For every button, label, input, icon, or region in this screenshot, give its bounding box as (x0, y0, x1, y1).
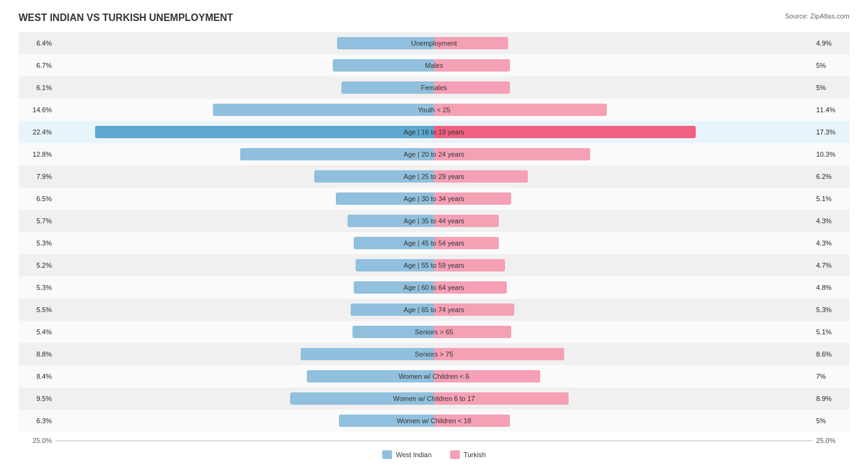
right-value: 5% (812, 84, 849, 91)
chart-row: 5.2%Age | 55 to 59 years4.7% (19, 254, 849, 276)
bar-zone: Age | 45 to 54 years (56, 232, 812, 254)
bar-pink (434, 415, 510, 427)
chart-container: WEST INDIAN VS TURKISH UNEMPLOYMENT Sour… (0, 0, 868, 467)
legend-west-indian: West Indian (382, 450, 432, 459)
bar-zone: Age | 60 to 64 years (56, 276, 812, 299)
bar-pink (434, 170, 528, 183)
bar-zone: Age | 20 to 24 years (56, 143, 812, 165)
bar-blue (333, 59, 434, 72)
legend: West Indian Turkish (19, 450, 849, 459)
right-value: 4.9% (812, 39, 849, 47)
bar-zone: Age | 35 to 44 years (56, 210, 812, 232)
bar-blue (301, 348, 434, 360)
left-value: 5.3% (19, 284, 56, 291)
right-value: 5.1% (812, 195, 849, 202)
chart-row: 8.4%Women w/ Children < 67% (19, 365, 849, 387)
chart-row: 8.8%Seniors > 758.6% (19, 343, 849, 365)
bar-pink (434, 215, 499, 227)
bar-blue (348, 215, 434, 227)
left-value: 5.3% (19, 239, 56, 247)
left-value: 5.2% (19, 262, 56, 269)
legend-turkish-label: Turkish (464, 451, 486, 458)
axis-row: 25.0% 25.0% (19, 437, 849, 444)
bar-pink (434, 81, 510, 94)
bar-blue (290, 392, 434, 405)
bar-blue (337, 37, 434, 49)
bar-blue (336, 192, 434, 205)
left-value: 5.4% (19, 328, 56, 336)
chart-row: 5.3%Age | 60 to 64 years4.8% (19, 276, 849, 299)
bar-pink (434, 192, 511, 205)
bar-zone: Age | 25 to 29 years (56, 165, 812, 188)
bar-pink (434, 392, 569, 405)
bar-zone: Women w/ Children < 18 (56, 410, 812, 432)
axis-line (56, 440, 812, 441)
bar-zone: Unemployment (56, 32, 812, 54)
bar-pink (434, 348, 564, 360)
left-value: 22.4% (19, 128, 56, 136)
left-value: 12.8% (19, 151, 56, 158)
bar-blue (95, 126, 434, 138)
bar-pink (434, 304, 514, 316)
left-value: 6.4% (19, 39, 56, 47)
bar-pink (434, 326, 511, 338)
bar-zone: Age | 30 to 34 years (56, 188, 812, 210)
right-value: 17.3% (812, 128, 849, 136)
chart-row: 9.5%Women w/ Children 6 to 178.9% (19, 387, 849, 410)
axis-right-label: 25.0% (812, 437, 849, 444)
chart-row: 6.7%Males5% (19, 54, 849, 76)
bar-zone: Seniors > 75 (56, 343, 812, 365)
bar-blue (314, 170, 434, 183)
left-value: 7.9% (19, 173, 56, 180)
bar-zone: Females (56, 76, 812, 99)
bar-zone: Youth < 25 (56, 99, 812, 121)
bar-blue (339, 415, 434, 427)
left-value: 6.3% (19, 417, 56, 424)
bar-zone: Women w/ Children 6 to 17 (56, 387, 812, 410)
left-value: 6.1% (19, 84, 56, 91)
right-value: 4.3% (812, 217, 849, 225)
chart-row: 6.5%Age | 30 to 34 years5.1% (19, 188, 849, 210)
bar-blue (354, 281, 434, 294)
chart-row: 7.9%Age | 25 to 29 years6.2% (19, 165, 849, 188)
right-value: 7% (812, 373, 849, 380)
chart-row: 5.3%Age | 45 to 54 years4.3% (19, 232, 849, 254)
legend-pink-box (450, 450, 460, 459)
bar-pink (434, 259, 505, 271)
chart-row: 22.4%Age | 16 to 19 years17.3% (19, 121, 849, 143)
bar-zone: Males (56, 54, 812, 76)
legend-turkish: Turkish (450, 450, 486, 459)
chart-row: 14.6%Youth < 2511.4% (19, 99, 849, 121)
bar-zone: Seniors > 65 (56, 321, 812, 343)
bar-pink (434, 59, 510, 72)
bar-pink (434, 104, 607, 116)
right-value: 6.2% (812, 173, 849, 180)
left-value: 6.5% (19, 195, 56, 202)
chart-row: 6.4%Unemployment4.9% (19, 32, 849, 54)
right-value: 5.3% (812, 306, 849, 313)
bar-pink (434, 37, 508, 49)
right-value: 4.8% (812, 284, 849, 291)
bar-pink (434, 148, 590, 160)
bar-pink (434, 126, 696, 138)
bar-blue (351, 304, 434, 316)
right-value: 11.4% (812, 106, 849, 114)
bar-zone: Age | 65 to 74 years (56, 299, 812, 321)
right-value: 4.7% (812, 262, 849, 269)
right-value: 4.3% (812, 239, 849, 247)
bar-zone: Women w/ Children < 6 (56, 365, 812, 387)
right-value: 10.3% (812, 151, 849, 158)
chart-row: 12.8%Age | 20 to 24 years10.3% (19, 143, 849, 165)
bar-zone: Age | 55 to 59 years (56, 254, 812, 276)
chart-title: WEST INDIAN VS TURKISH UNEMPLOYMENT (19, 12, 233, 23)
chart-row: 6.1%Females5% (19, 76, 849, 99)
legend-west-indian-label: West Indian (396, 451, 432, 458)
right-value: 5% (812, 62, 849, 69)
right-value: 8.9% (812, 395, 849, 402)
bar-blue (354, 237, 434, 249)
bar-blue (356, 259, 435, 271)
left-value: 14.6% (19, 106, 56, 114)
left-value: 8.8% (19, 350, 56, 358)
right-value: 8.6% (812, 350, 849, 358)
bar-blue (353, 326, 434, 338)
